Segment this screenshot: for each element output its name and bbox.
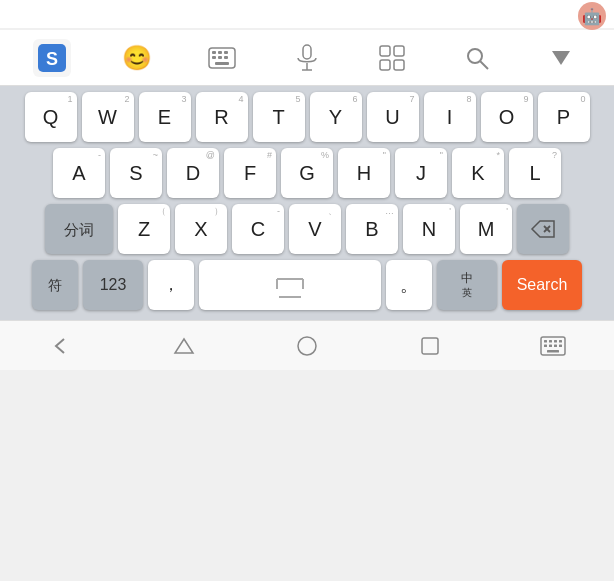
svg-marker-26 xyxy=(175,339,193,353)
svg-point-27 xyxy=(298,337,316,355)
key-g[interactable]: %G xyxy=(281,148,333,198)
svg-rect-4 xyxy=(218,51,222,54)
svg-rect-7 xyxy=(218,56,222,59)
nav-recents-icon[interactable] xyxy=(412,328,448,364)
dropdown-button[interactable] xyxy=(542,39,580,77)
key-period[interactable]: 。 xyxy=(386,260,432,310)
key-c[interactable]: -C xyxy=(232,204,284,254)
key-y[interactable]: 6Y xyxy=(310,92,362,142)
svg-rect-37 xyxy=(559,344,562,347)
key-f[interactable]: #F xyxy=(224,148,276,198)
key-r[interactable]: 4R xyxy=(196,92,248,142)
key-sym[interactable]: 符 xyxy=(32,260,78,310)
key-t[interactable]: 5T xyxy=(253,92,305,142)
svg-rect-10 xyxy=(303,45,311,59)
key-j[interactable]: "J xyxy=(395,148,447,198)
svg-rect-16 xyxy=(394,60,404,70)
svg-line-18 xyxy=(480,61,488,69)
svg-rect-3 xyxy=(212,51,216,54)
key-row-1: 1Q 2W 3E 4R 5T 6Y 7U 8I 9O 0P xyxy=(4,92,610,142)
nav-keyboard-icon[interactable] xyxy=(535,328,571,364)
key-s[interactable]: ~S xyxy=(110,148,162,198)
key-b[interactable]: …B xyxy=(346,204,398,254)
avatar-icon[interactable]: 🤖 xyxy=(578,2,606,30)
svg-rect-8 xyxy=(224,56,228,59)
key-l[interactable]: ?L xyxy=(509,148,561,198)
key-fenci[interactable]: 分词 xyxy=(45,204,113,254)
key-u[interactable]: 7U xyxy=(367,92,419,142)
svg-rect-34 xyxy=(544,344,547,347)
keyboard-button[interactable] xyxy=(203,39,241,77)
svg-rect-31 xyxy=(549,340,552,343)
key-m[interactable]: 'M xyxy=(460,204,512,254)
toolbar: S 😊 xyxy=(0,30,614,86)
svg-rect-15 xyxy=(380,60,390,70)
key-k[interactable]: *K xyxy=(452,148,504,198)
key-h[interactable]: "H xyxy=(338,148,390,198)
svg-rect-32 xyxy=(554,340,557,343)
key-space[interactable] xyxy=(199,260,381,310)
key-comma[interactable]: ， xyxy=(148,260,194,310)
emoji-button[interactable]: 😊 xyxy=(118,39,156,77)
search-button[interactable] xyxy=(458,39,496,77)
nav-bar xyxy=(0,320,614,370)
nav-back-icon[interactable] xyxy=(43,328,79,364)
svg-point-17 xyxy=(468,49,482,63)
key-x[interactable]: ）X xyxy=(175,204,227,254)
svg-marker-19 xyxy=(552,51,570,65)
svg-rect-14 xyxy=(394,46,404,56)
top-status-bar: 🤖 xyxy=(0,0,614,28)
svg-rect-30 xyxy=(544,340,547,343)
svg-rect-36 xyxy=(554,344,557,347)
svg-rect-5 xyxy=(224,51,228,54)
svg-rect-6 xyxy=(212,56,216,59)
search-button[interactable]: Search xyxy=(502,260,582,310)
key-v[interactable]: 、V xyxy=(289,204,341,254)
key-p[interactable]: 0P xyxy=(538,92,590,142)
key-row-4: 符 123 ， 。 中英 Search xyxy=(4,260,610,310)
nav-triangle-icon[interactable] xyxy=(166,328,202,364)
key-w[interactable]: 2W xyxy=(82,92,134,142)
svg-rect-13 xyxy=(380,46,390,56)
key-row-3: 分词 （Z ）X -C 、V …B 'N 'M xyxy=(4,204,610,254)
key-q[interactable]: 1Q xyxy=(25,92,77,142)
key-cn-switch[interactable]: 中英 xyxy=(437,260,497,310)
nav-home-icon[interactable] xyxy=(289,328,325,364)
svg-rect-33 xyxy=(559,340,562,343)
key-backspace[interactable] xyxy=(517,204,569,254)
svg-text:S: S xyxy=(46,49,58,69)
key-n[interactable]: 'N xyxy=(403,204,455,254)
svg-rect-9 xyxy=(215,62,229,65)
svg-rect-28 xyxy=(422,338,438,354)
key-a[interactable]: -A xyxy=(53,148,105,198)
svg-rect-38 xyxy=(547,350,559,353)
key-o[interactable]: 9O xyxy=(481,92,533,142)
key-d[interactable]: @D xyxy=(167,148,219,198)
svg-rect-35 xyxy=(549,344,552,347)
key-num-switch[interactable]: 123 xyxy=(83,260,143,310)
mic-button[interactable] xyxy=(288,39,326,77)
key-e[interactable]: 3E xyxy=(139,92,191,142)
grid-button[interactable] xyxy=(373,39,411,77)
key-z[interactable]: （Z xyxy=(118,204,170,254)
key-i[interactable]: 8I xyxy=(424,92,476,142)
keyboard-area: 1Q 2W 3E 4R 5T 6Y 7U 8I 9O 0P -A ~S @D #… xyxy=(0,86,614,320)
key-row-2: -A ~S @D #F %G "H "J *K ?L xyxy=(4,148,610,198)
sogou-logo-button[interactable]: S xyxy=(33,39,71,77)
